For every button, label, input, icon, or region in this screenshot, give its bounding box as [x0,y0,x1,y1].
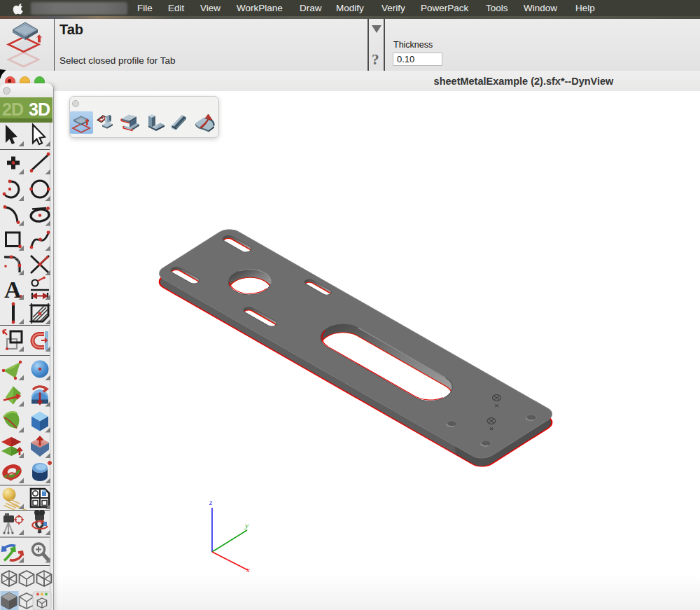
svg-text:x: x [246,565,250,574]
svg-text:z: z [209,498,213,506]
svg-text:A: A [4,277,22,303]
svg-text:y: y [244,521,248,529]
